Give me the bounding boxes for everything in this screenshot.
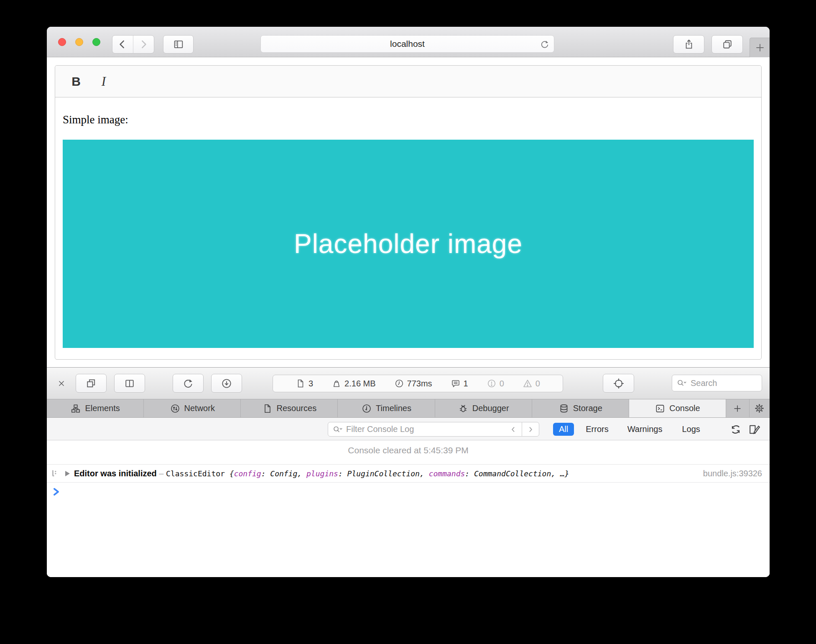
stat-time[interactable]: 773ms (394, 378, 432, 388)
filter-console-input[interactable] (346, 424, 484, 434)
stat-warnings-value: 0 (536, 379, 540, 388)
find-previous-button[interactable] (505, 422, 522, 437)
chevron-left-icon (509, 425, 518, 434)
scope-errors[interactable]: Errors (581, 423, 612, 436)
elements-icon (70, 403, 81, 414)
tab-timelines[interactable]: Timelines (338, 399, 435, 417)
log-object-value: : CommandCollection, …} (465, 469, 569, 478)
console-output (47, 440, 770, 577)
sidebar-toggle-button[interactable] (163, 35, 194, 54)
tab-label: Timelines (376, 404, 411, 413)
network-icon (170, 403, 181, 414)
warning-triangle-icon (523, 378, 533, 388)
zoom-button[interactable] (92, 38, 100, 46)
log-object-key: config (234, 469, 261, 478)
storage-icon (558, 403, 569, 414)
scope-warnings[interactable]: Warnings (623, 423, 667, 436)
log-object-value: : PluginCollection, (338, 469, 429, 478)
close-button[interactable] (58, 38, 66, 46)
stat-resources[interactable]: 3 (296, 378, 313, 388)
resources-icon (262, 403, 273, 414)
dock-split-button[interactable] (114, 374, 145, 393)
url-reload-button[interactable] (540, 39, 550, 49)
editor: B I Simple image: Placeholder image (55, 65, 762, 360)
stat-messages[interactable]: 1 (451, 378, 468, 388)
stat-resources-value: 3 (309, 379, 313, 388)
download-button[interactable] (211, 374, 242, 393)
devtools: 3 2.16 MB 773ms (47, 367, 770, 577)
element-picker-button[interactable] (603, 374, 634, 393)
devtools-search-field[interactable] (672, 375, 762, 391)
log-source-link[interactable]: bundle.js:39326 (703, 469, 762, 478)
minimize-button[interactable] (75, 38, 83, 46)
add-tab-button[interactable] (726, 399, 750, 417)
console-filter-bar: All Errors Warnings Logs (47, 418, 770, 440)
stat-warnings[interactable]: 0 (523, 378, 540, 388)
sidebar-icon (173, 38, 184, 50)
url-field[interactable]: localhost (260, 35, 554, 53)
dock-to-window-button[interactable] (76, 374, 107, 393)
tab-resources[interactable]: Resources (241, 399, 338, 417)
tab-debugger[interactable]: Debugger (435, 399, 532, 417)
log-object-class: ClassicEditor (166, 469, 230, 478)
placeholder-image[interactable]: Placeholder image (63, 140, 754, 348)
clock-icon (394, 378, 404, 388)
console-prompt[interactable] (47, 483, 770, 501)
bubble-icon (451, 378, 461, 388)
edit-log-button[interactable] (746, 423, 762, 436)
plus-icon (732, 404, 742, 414)
clear-on-reload-button[interactable] (728, 423, 743, 436)
forward-button[interactable] (133, 36, 154, 53)
timelines-icon (361, 403, 372, 414)
italic-label: I (102, 74, 106, 89)
screen: { "browser": { "url": "localhost" }, "ed… (0, 0, 816, 644)
stat-errors[interactable]: 0 (487, 378, 504, 388)
italic-button[interactable]: I (93, 70, 115, 93)
edit-log-icon (747, 423, 761, 436)
search-icon (332, 425, 343, 434)
devtools-toolbar: 3 2.16 MB 773ms (47, 368, 770, 399)
settings-button[interactable] (750, 399, 769, 417)
document-icon (296, 378, 306, 388)
tab-label: Resources (277, 404, 317, 413)
bold-button[interactable]: B (65, 70, 87, 93)
stats-pill: 3 2.16 MB 773ms (273, 375, 563, 392)
scope-bar: All Errors Warnings Logs (553, 422, 704, 436)
devtools-search-input[interactable] (691, 378, 753, 388)
tab-storage[interactable]: Storage (532, 399, 629, 417)
debugger-icon (458, 403, 469, 414)
forward-icon (138, 39, 149, 50)
tab-label: Console (669, 404, 700, 413)
back-button[interactable] (112, 36, 133, 53)
tab-network[interactable]: Network (144, 399, 241, 417)
log-object-key: plugins (306, 469, 338, 478)
log-object: ClassicEditor {config: Config, plugins: … (166, 469, 569, 478)
filter-field[interactable] (328, 422, 505, 437)
devtools-reload-button[interactable] (173, 374, 204, 393)
tab-elements[interactable]: Elements (47, 399, 144, 417)
scope-all[interactable]: All (553, 423, 574, 436)
new-tab-button[interactable] (750, 38, 770, 57)
placeholder-image-label: Placeholder image (294, 228, 523, 259)
disclosure-triangle-icon[interactable] (65, 471, 70, 476)
devtools-close-button[interactable] (53, 374, 70, 393)
find-next-button[interactable] (522, 422, 539, 437)
traffic-lights (58, 38, 100, 46)
devtools-tab-bar: Elements Network Resources Timelines (47, 399, 770, 418)
scope-logs[interactable]: Logs (678, 423, 704, 436)
editor-content[interactable]: Simple image: Placeholder image (55, 112, 761, 348)
page-content: B I Simple image: Placeholder image (47, 58, 770, 367)
log-row[interactable]: Editor was initialized – ClassicEditor {… (47, 464, 770, 483)
tab-console[interactable]: Console (629, 399, 726, 417)
share-button[interactable] (673, 35, 704, 54)
prompt-chevron-icon (52, 487, 61, 496)
bold-label: B (71, 74, 81, 89)
tab-overview-button[interactable] (711, 35, 743, 54)
stat-errors-value: 0 (500, 379, 504, 388)
reload-icon (182, 378, 194, 389)
tab-label: Elements (85, 404, 120, 413)
stat-size[interactable]: 2.16 MB (332, 378, 375, 388)
gear-icon (754, 403, 765, 414)
download-icon (221, 378, 232, 389)
close-x-icon (57, 379, 66, 388)
